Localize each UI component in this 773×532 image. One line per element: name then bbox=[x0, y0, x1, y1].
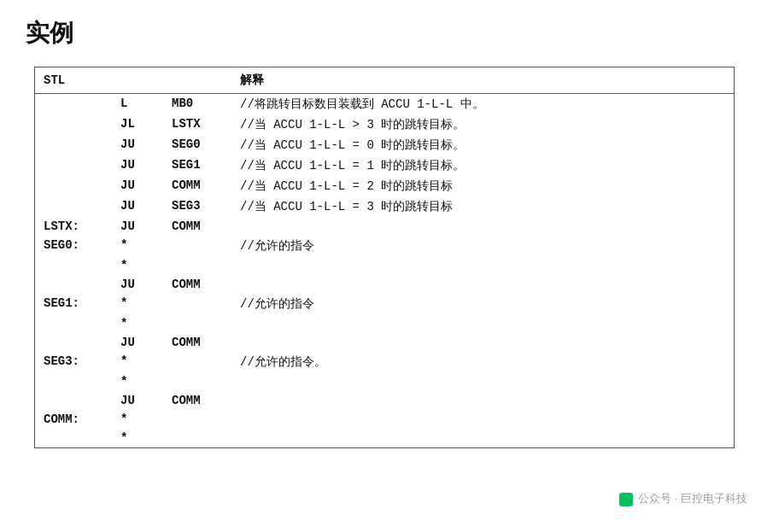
cell-comment: //当 ACCU 1-L-L = 2 时的跳转目标 bbox=[231, 176, 734, 196]
cell-comment: //当 ACCU 1-L-L = 0 时的跳转目标。 bbox=[231, 135, 734, 155]
cell-operand: MB0 bbox=[163, 94, 231, 115]
cell-operand bbox=[163, 429, 231, 447]
table-row: LMB0//将跳转目标数目装载到 ACCU 1-L-L 中。 bbox=[35, 94, 734, 115]
table-row: JUSEG0//当 ACCU 1-L-L = 0 时的跳转目标。 bbox=[35, 135, 734, 155]
stl-table: STL 解释 LMB0//将跳转目标数目装载到 ACCU 1-L-L 中。JLL… bbox=[35, 67, 734, 447]
table-row: * bbox=[35, 314, 734, 333]
cell-comment bbox=[231, 314, 734, 333]
table-row: JUCOMM//当 ACCU 1-L-L = 2 时的跳转目标 bbox=[35, 176, 734, 196]
cell-op: * bbox=[112, 429, 163, 447]
cell-operand: COMM bbox=[163, 333, 231, 352]
cell-op: * bbox=[112, 236, 163, 256]
table-row: COMM:* bbox=[35, 410, 734, 429]
cell-comment: //当 ACCU 1-L-L = 1 时的跳转目标。 bbox=[231, 155, 734, 176]
cell-op: JU bbox=[112, 333, 163, 352]
header-blank2 bbox=[163, 67, 231, 94]
cell-operand: SEG1 bbox=[163, 155, 231, 176]
cell-comment bbox=[231, 217, 734, 236]
cell-op: * bbox=[112, 314, 163, 333]
cell-operand bbox=[163, 372, 231, 391]
cell-operand: SEG3 bbox=[163, 196, 231, 217]
cell-operand: COMM bbox=[163, 275, 231, 294]
header-comment: 解释 bbox=[231, 67, 734, 94]
cell-op: * bbox=[112, 352, 163, 372]
cell-comment bbox=[231, 391, 734, 410]
page-title: 实例 bbox=[26, 17, 747, 50]
cell-label bbox=[35, 372, 112, 391]
cell-op: * bbox=[112, 294, 163, 314]
cell-op: L bbox=[112, 94, 163, 115]
header-stl: STL bbox=[35, 67, 112, 94]
cell-comment bbox=[231, 333, 734, 352]
table-row: SEG1:*//允许的指令 bbox=[35, 294, 734, 314]
cell-label bbox=[35, 314, 112, 333]
cell-operand bbox=[163, 410, 231, 429]
cell-op: * bbox=[112, 410, 163, 429]
table-row: JUCOMM bbox=[35, 275, 734, 294]
cell-label bbox=[35, 275, 112, 294]
table-row: * bbox=[35, 372, 734, 391]
table-row: JUCOMM bbox=[35, 391, 734, 410]
cell-op: JU bbox=[112, 196, 163, 217]
cell-op: JL bbox=[112, 114, 163, 135]
table-row: * bbox=[35, 256, 734, 275]
cell-op: JU bbox=[112, 155, 163, 176]
watermark: 公众号 · 巨控电子科技 bbox=[619, 491, 747, 506]
cell-label bbox=[35, 94, 112, 115]
cell-label: SEG0: bbox=[35, 236, 112, 256]
cell-label bbox=[35, 196, 112, 217]
cell-comment: //允许的指令 bbox=[231, 294, 734, 314]
cell-comment bbox=[231, 275, 734, 294]
cell-label: COMM: bbox=[35, 410, 112, 429]
cell-comment: //将跳转目标数目装载到 ACCU 1-L-L 中。 bbox=[231, 94, 734, 115]
cell-op: JU bbox=[112, 391, 163, 410]
cell-operand: COMM bbox=[163, 217, 231, 236]
cell-operand: LSTX bbox=[163, 114, 231, 135]
cell-label: SEG1: bbox=[35, 294, 112, 314]
main-table-container: STL 解释 LMB0//将跳转目标数目装载到 ACCU 1-L-L 中。JLL… bbox=[34, 67, 735, 448]
cell-comment: //当 ACCU 1-L-L > 3 时的跳转目标。 bbox=[231, 114, 734, 135]
cell-operand bbox=[163, 314, 231, 333]
cell-comment bbox=[231, 429, 734, 447]
cell-label: LSTX: bbox=[35, 217, 112, 236]
cell-label bbox=[35, 135, 112, 155]
cell-operand bbox=[163, 236, 231, 256]
cell-label bbox=[35, 429, 112, 447]
cell-op: JU bbox=[112, 135, 163, 155]
table-row: JLLSTX//当 ACCU 1-L-L > 3 时的跳转目标。 bbox=[35, 114, 734, 135]
cell-operand bbox=[163, 294, 231, 314]
cell-comment bbox=[231, 410, 734, 429]
wx-icon bbox=[619, 493, 633, 506]
cell-comment bbox=[231, 256, 734, 275]
cell-label bbox=[35, 155, 112, 176]
cell-comment: //当 ACCU 1-L-L = 3 时的跳转目标 bbox=[231, 196, 734, 217]
cell-op: * bbox=[112, 372, 163, 391]
cell-label bbox=[35, 256, 112, 275]
cell-operand: SEG0 bbox=[163, 135, 231, 155]
cell-op: JU bbox=[112, 217, 163, 236]
table-row: SEG3:*//允许的指令。 bbox=[35, 352, 734, 372]
cell-comment: //允许的指令。 bbox=[231, 352, 734, 372]
cell-op: * bbox=[112, 256, 163, 275]
table-row: * bbox=[35, 429, 734, 447]
table-row: SEG0:*//允许的指令 bbox=[35, 236, 734, 256]
cell-operand bbox=[163, 352, 231, 372]
cell-label bbox=[35, 176, 112, 196]
cell-label: SEG3: bbox=[35, 352, 112, 372]
table-row: JUCOMM bbox=[35, 333, 734, 352]
table-header-row: STL 解释 bbox=[35, 67, 734, 94]
cell-comment: //允许的指令 bbox=[231, 236, 734, 256]
cell-label bbox=[35, 391, 112, 410]
table-row: JUSEG1//当 ACCU 1-L-L = 1 时的跳转目标。 bbox=[35, 155, 734, 176]
cell-op: JU bbox=[112, 275, 163, 294]
cell-op: JU bbox=[112, 176, 163, 196]
cell-label bbox=[35, 114, 112, 135]
table-row: LSTX:JUCOMM bbox=[35, 217, 734, 236]
cell-comment bbox=[231, 372, 734, 391]
cell-operand bbox=[163, 256, 231, 275]
cell-operand: COMM bbox=[163, 176, 231, 196]
cell-label bbox=[35, 333, 112, 352]
table-row: JUSEG3//当 ACCU 1-L-L = 3 时的跳转目标 bbox=[35, 196, 734, 217]
header-blank1 bbox=[112, 67, 163, 94]
cell-operand: COMM bbox=[163, 391, 231, 410]
